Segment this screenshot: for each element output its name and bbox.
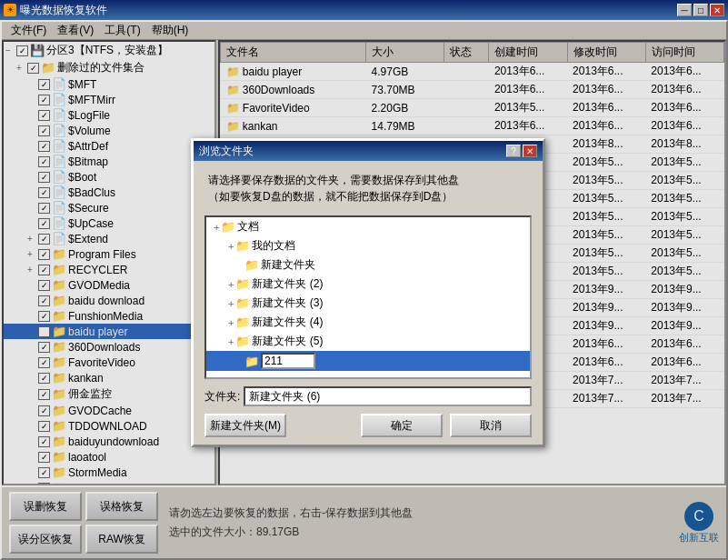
cancel-button[interactable]: 取消 (450, 414, 532, 437)
dialog-overlay: 浏览文件夹 ? ✕ 请选择要保存数据的文件夹，需要数据保存到其他盘 （如要恢复D… (0, 20, 728, 560)
dialog-close-button[interactable]: ✕ (523, 145, 537, 157)
title-controls: ─ □ ✕ (677, 4, 724, 16)
dialog-tree-item[interactable]: 📁 新建文件夹 (206, 255, 530, 275)
dialog-tree-item[interactable]: + 📁 新建文件夹 (4) (206, 313, 530, 332)
ok-cancel-buttons: 确定 取消 (361, 414, 532, 437)
dialog-title-text: 浏览文件夹 (199, 144, 254, 159)
dialog-tree-item[interactable]: + 📁 我的文档 (206, 236, 530, 255)
app-title: 曝光数据恢复软件 (20, 3, 107, 18)
dialog-tree-item[interactable]: 📁 (206, 351, 530, 371)
dialog-title-buttons: ? ✕ (506, 145, 537, 157)
maximize-button[interactable]: □ (693, 4, 708, 16)
dialog-help-button[interactable]: ? (506, 145, 521, 157)
app-icon: ☀ (4, 4, 16, 16)
dialog-tree-item[interactable]: + 📁 新建文件夹 (2) (206, 275, 530, 294)
dialog-tree-item[interactable]: + 📁 新建文件夹 (5) (206, 332, 530, 351)
dialog-content: 请选择要保存数据的文件夹，需要数据保存到其他盘 （如要恢复D盘的数据，就不能把数… (194, 161, 543, 445)
dialog-tree-item[interactable]: + 📁 文档 (206, 217, 530, 236)
dialog-title-bar: 浏览文件夹 ? ✕ (194, 141, 543, 161)
close-button[interactable]: ✕ (710, 4, 724, 16)
dialog-buttons: 新建文件夹(M) 确定 取消 (204, 414, 532, 437)
minimize-button[interactable]: ─ (677, 4, 692, 16)
dialog-description: 请选择要保存数据的文件夹，需要数据保存到其他盘 （如要恢复D盘的数据，就不能把数… (204, 168, 532, 208)
dialog-desc-line1: 请选择要保存数据的文件夹，需要数据保存到其他盘 (208, 172, 528, 188)
dialog-tree[interactable]: + 📁 文档 + 📁 我的文档 📁 新建文件夹 + 📁 新建文件夹 (2) (204, 215, 532, 379)
title-bar: ☀ 曝光数据恢复软件 ─ □ ✕ (0, 0, 728, 20)
folder-input[interactable] (244, 386, 532, 406)
ok-button[interactable]: 确定 (361, 414, 443, 437)
dialog-tree-item[interactable]: + 📁 新建文件夹 (3) (206, 294, 530, 313)
title-bar-text: ☀ 曝光数据恢复软件 (4, 3, 107, 18)
dialog-desc-line2: （如要恢复D盘的数据，就不能把数据保存到D盘） (208, 188, 528, 205)
folder-label: 文件夹: (204, 389, 240, 405)
folder-row: 文件夹: (204, 386, 532, 406)
browse-folder-dialog: 浏览文件夹 ? ✕ 请选择要保存数据的文件夹，需要数据保存到其他盘 （如要恢复D… (191, 138, 545, 447)
new-folder-button[interactable]: 新建文件夹(M) (204, 414, 286, 437)
